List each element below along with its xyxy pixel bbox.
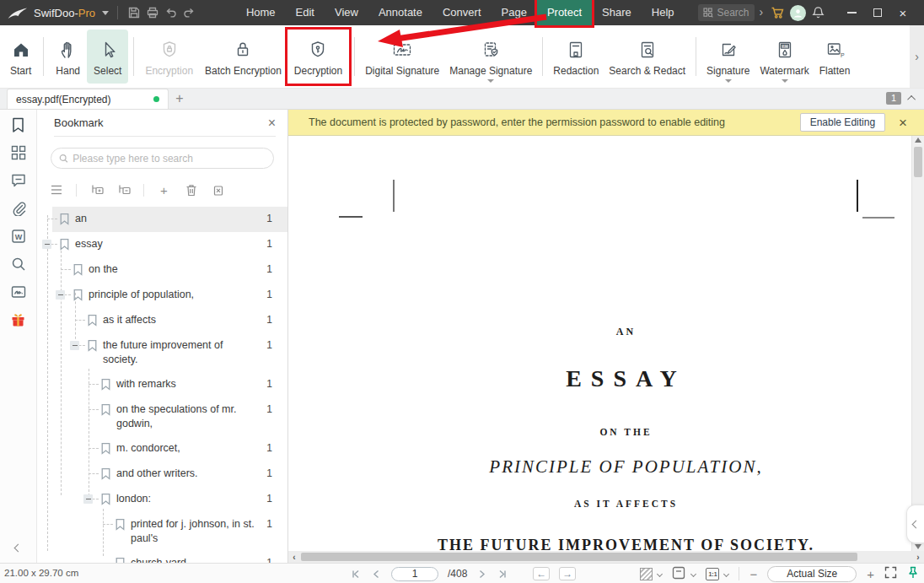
collapse-node-toggle[interactable] bbox=[70, 341, 79, 350]
bookmark-item[interactable]: essay 1 bbox=[37, 232, 287, 257]
ratio-dropdown-caret-icon[interactable] bbox=[723, 570, 729, 576]
menu-edit[interactable]: Edit bbox=[286, 0, 325, 25]
zoom-in-button[interactable]: + bbox=[867, 567, 874, 581]
collapse-strip-button[interactable] bbox=[10, 539, 27, 556]
menu-page[interactable]: Convert bbox=[432, 0, 492, 25]
close-button[interactable]: × bbox=[890, 0, 916, 25]
comments-panel-icon[interactable] bbox=[10, 172, 27, 189]
fullscreen-button[interactable] bbox=[884, 566, 897, 581]
notifications-bell-icon[interactable] bbox=[811, 3, 825, 23]
bookmark-search-box[interactable] bbox=[51, 148, 274, 169]
pin-statusbar-button[interactable] bbox=[907, 566, 919, 582]
right-panel-toggle[interactable] bbox=[906, 505, 924, 543]
select-tool-button[interactable]: Select bbox=[87, 30, 128, 84]
bookmark-item[interactable]: with remarks 1 bbox=[37, 372, 287, 397]
account-avatar[interactable] bbox=[790, 3, 806, 23]
panel-close-icon[interactable]: × bbox=[268, 116, 276, 130]
bookmark-search-input[interactable] bbox=[73, 153, 266, 165]
bookmark-item[interactable]: m. condorcet, 1 bbox=[37, 436, 287, 462]
decryption-button[interactable]: Decryption bbox=[287, 30, 349, 84]
bookmark-item[interactable]: printed for j. johnson, in st. paul's 1 bbox=[37, 512, 287, 551]
thumbnails-panel-icon[interactable] bbox=[10, 144, 27, 161]
minimize-button[interactable] bbox=[840, 0, 865, 25]
delete-bookmark-icon[interactable] bbox=[184, 183, 198, 197]
new-tab-button[interactable]: + bbox=[169, 89, 191, 109]
toolbar-overflow-button[interactable]: › bbox=[910, 25, 924, 88]
bookmark-panel-icon[interactable] bbox=[10, 116, 27, 133]
scroll-right-arrow[interactable]: › bbox=[912, 553, 924, 562]
add-bookmark-icon[interactable]: + bbox=[157, 183, 171, 197]
banner-close-icon[interactable]: × bbox=[899, 116, 907, 130]
vertical-scrollbar[interactable] bbox=[911, 136, 924, 551]
zoom-level-select[interactable]: Actual Size bbox=[767, 566, 857, 582]
collapse-all-icon[interactable] bbox=[116, 183, 131, 197]
bookmark-item[interactable]: the future improvement of society. 1 bbox=[37, 333, 287, 372]
bookmark-item[interactable]: on the 1 bbox=[37, 257, 287, 283]
print-button[interactable] bbox=[145, 3, 160, 22]
redo-button[interactable] bbox=[182, 3, 197, 22]
horizontal-scroll-thumb[interactable] bbox=[301, 553, 857, 561]
hand-tool-button[interactable]: Hand bbox=[49, 30, 87, 84]
delete-all-bookmarks-icon[interactable] bbox=[211, 183, 225, 197]
signature-button[interactable]: Signature bbox=[701, 30, 755, 84]
menu-annotate[interactable]: Annotate bbox=[368, 0, 432, 25]
previous-page-button[interactable] bbox=[371, 569, 382, 580]
watermark-panel-icon[interactable]: W bbox=[10, 228, 27, 245]
zoom-out-button[interactable]: − bbox=[749, 567, 757, 581]
expand-all-icon[interactable] bbox=[89, 183, 104, 197]
last-page-button[interactable] bbox=[497, 569, 508, 580]
scroll-left-arrow[interactable]: ‹ bbox=[288, 553, 300, 562]
bookmark-item[interactable]: principle of population, 1 bbox=[37, 283, 287, 308]
watermark-button[interactable]: MARK Watermark bbox=[755, 30, 814, 84]
horizontal-scrollbar[interactable]: ‹ › bbox=[288, 551, 924, 563]
page-display-mode-button[interactable] bbox=[672, 566, 686, 582]
bookmark-item[interactable]: and other writers. 1 bbox=[37, 462, 287, 487]
background-pattern-button[interactable] bbox=[640, 568, 653, 580]
dropdown-caret-icon[interactable] bbox=[782, 79, 788, 83]
flatten-button[interactable]: P Flatten bbox=[814, 30, 856, 84]
current-page-input[interactable] bbox=[391, 567, 438, 581]
enable-editing-button[interactable]: Enable Editing bbox=[800, 113, 885, 132]
document-tab[interactable]: essay.pdf(Encrypted) bbox=[7, 89, 169, 109]
store-cart-icon[interactable] bbox=[771, 3, 785, 23]
titlebar-search-input[interactable]: Search bbox=[698, 4, 755, 21]
dropdown-caret-icon[interactable] bbox=[487, 79, 494, 83]
view-back-button[interactable]: ← bbox=[533, 567, 550, 580]
collapse-node-toggle[interactable] bbox=[56, 290, 65, 300]
bookmark-item[interactable]: on the speculations of mr. godwin, 1 bbox=[37, 397, 287, 436]
scroll-down-arrow[interactable] bbox=[915, 544, 921, 549]
menu-help[interactable]: Help bbox=[642, 0, 685, 25]
bookmark-item[interactable]: church-yard 1 bbox=[37, 551, 287, 563]
redaction-button[interactable]: Redaction bbox=[548, 30, 604, 84]
actual-size-ratio-button[interactable]: 1:1 bbox=[706, 568, 719, 580]
scroll-up-arrow[interactable] bbox=[915, 138, 921, 143]
maximize-button[interactable] bbox=[865, 0, 890, 25]
save-button[interactable] bbox=[126, 3, 142, 22]
pattern-dropdown-caret-icon[interactable] bbox=[657, 570, 663, 576]
digital-signature-button[interactable]: Digital Signature bbox=[360, 30, 444, 84]
first-page-button[interactable] bbox=[351, 569, 362, 580]
dropdown-caret-icon[interactable] bbox=[725, 79, 732, 83]
search-redact-button[interactable]: Search & Redact bbox=[604, 30, 690, 84]
next-page-button[interactable] bbox=[476, 569, 487, 580]
menu-view[interactable]: View bbox=[325, 0, 368, 25]
search-panel-icon[interactable] bbox=[10, 256, 27, 273]
menu-protect[interactable]: Protect bbox=[537, 0, 592, 25]
menu-home[interactable]: Home bbox=[236, 0, 286, 25]
bookmark-item[interactable]: london: 1 bbox=[37, 487, 287, 512]
signature-panel-icon[interactable] bbox=[10, 283, 27, 300]
collapse-node-toggle[interactable] bbox=[83, 494, 93, 504]
display-mode-dropdown-caret-icon[interactable] bbox=[690, 570, 696, 576]
bookmark-item[interactable]: an 1 bbox=[37, 207, 287, 232]
menu-share[interactable]: Share bbox=[592, 0, 642, 25]
notification-count-badge[interactable]: 1 bbox=[886, 92, 901, 105]
app-menu-caret-icon[interactable] bbox=[102, 11, 109, 15]
view-forward-button[interactable]: → bbox=[559, 567, 576, 580]
vertical-scroll-thumb[interactable] bbox=[914, 147, 922, 177]
collapse-node-toggle[interactable] bbox=[42, 240, 51, 249]
bookmark-menu-icon[interactable] bbox=[49, 183, 63, 197]
menu-page[interactable]: Page bbox=[492, 0, 537, 25]
manage-signature-button[interactable]: Manage Signature bbox=[444, 30, 537, 84]
collapse-toolbar-chevron-icon[interactable] bbox=[907, 95, 916, 104]
gift-promotions-icon[interactable] bbox=[10, 311, 27, 328]
